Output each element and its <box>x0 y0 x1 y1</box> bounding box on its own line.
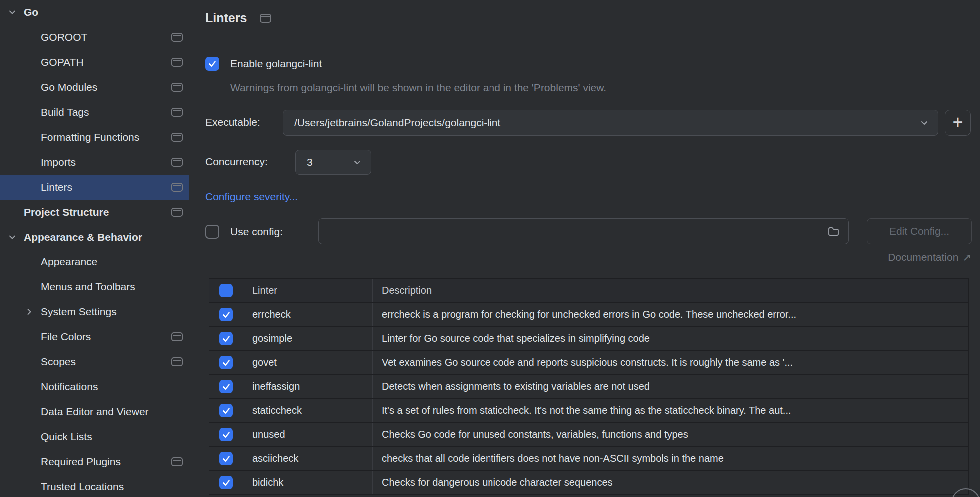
linter-checkbox[interactable] <box>219 476 233 489</box>
table-row-unused[interactable]: unusedChecks Go code for unused constant… <box>209 423 968 447</box>
linter-name: asciicheck <box>243 447 373 470</box>
settings-window-icon <box>171 357 183 366</box>
sidebar-item-file-colors[interactable]: File Colors <box>0 324 189 349</box>
linter-checkbox[interactable] <box>219 404 233 417</box>
concurrency-dropdown[interactable]: 3 <box>295 150 371 175</box>
executable-combobox[interactable]: /Users/jetbrains/GolandProjects/golangci… <box>283 110 938 136</box>
linter-name: bidichk <box>243 471 373 494</box>
settings-window-icon <box>171 133 183 142</box>
linter-checkbox[interactable] <box>219 452 233 465</box>
sidebar-item-label: Appearance & Behavior <box>24 231 183 243</box>
table-row-gosimple[interactable]: gosimpleLinter for Go source code that s… <box>209 327 968 351</box>
enable-golangci-checkbox[interactable] <box>205 57 219 71</box>
table-row-errcheck[interactable]: errcheckerrcheck is a program for checki… <box>209 303 968 327</box>
executable-label: Executable: <box>205 116 260 128</box>
linter-checkbox[interactable] <box>219 332 233 345</box>
settings-window-icon <box>171 208 183 217</box>
question-mark-icon: ? <box>962 495 970 497</box>
sidebar-item-go[interactable]: Go <box>0 0 189 25</box>
chevron-down-icon[interactable] <box>6 231 19 244</box>
linter-checkbox-cell <box>209 375 243 398</box>
linter-description: Detects when assignments to existing var… <box>373 375 968 398</box>
select-all-checkbox[interactable] <box>219 284 233 297</box>
sidebar-item-project-structure[interactable]: Project Structure <box>0 200 189 225</box>
chevron-down-icon[interactable] <box>919 117 930 128</box>
sidebar-item-trusted-locations[interactable]: Trusted Locations <box>0 474 189 497</box>
settings-window-icon <box>171 33 183 42</box>
sidebar-item-scopes[interactable]: Scopes <box>0 349 189 374</box>
use-config-label: Use config: <box>230 226 283 238</box>
sidebar-item-build-tags[interactable]: Build Tags <box>0 100 189 125</box>
table-header-row: Linter Description <box>209 279 968 303</box>
enable-golangci-help-text: Warnings from golangci-lint will be show… <box>230 82 606 94</box>
sidebar-item-appearance-behavior[interactable]: Appearance & Behavior <box>0 225 189 249</box>
config-path-input[interactable] <box>318 218 849 244</box>
documentation-link[interactable]: Documentation ↗ <box>888 251 971 263</box>
settings-window-icon <box>260 14 271 23</box>
description-column-header[interactable]: Description <box>373 279 968 302</box>
sidebar-item-goroot[interactable]: GOROOT <box>0 25 189 50</box>
add-executable-button[interactable]: + <box>945 110 971 136</box>
linters-table: Linter Description errcheckerrcheck is a… <box>209 278 969 495</box>
sidebar-item-label: Build Tags <box>41 106 167 118</box>
sidebar-item-quick-lists[interactable]: Quick Lists <box>0 424 189 449</box>
linter-name: staticcheck <box>243 399 373 422</box>
chevron-down-icon <box>352 157 363 168</box>
sidebar-item-label: Scopes <box>41 356 167 368</box>
sidebar-item-label: Linters <box>41 181 167 193</box>
sidebar-item-menus-and-toolbars[interactable]: Menus and Toolbars <box>0 274 189 299</box>
sidebar-item-appearance[interactable]: Appearance <box>0 249 189 274</box>
sidebar-item-label: Formatting Functions <box>41 131 167 143</box>
sidebar-item-label: GOROOT <box>41 31 167 43</box>
sidebar-item-label: Required Plugins <box>41 456 167 468</box>
linter-description: Checks for dangerous unicode character s… <box>373 471 968 494</box>
table-row-bidichk[interactable]: bidichkChecks for dangerous unicode char… <box>209 471 968 495</box>
sidebar-item-linters[interactable]: Linters <box>0 175 189 200</box>
linter-checkbox[interactable] <box>219 356 233 369</box>
table-row-asciicheck[interactable]: asciicheckchecks that all code identifie… <box>209 447 968 471</box>
sidebar-item-label: Go Modules <box>41 81 167 93</box>
linter-checkbox[interactable] <box>219 428 233 441</box>
linter-checkbox-cell <box>209 327 243 350</box>
linter-checkbox-cell <box>209 303 243 326</box>
linter-name: errcheck <box>243 303 373 326</box>
sidebar-item-system-settings[interactable]: System Settings <box>0 299 189 324</box>
table-row-staticcheck[interactable]: staticcheckIt's a set of rules from stat… <box>209 399 968 423</box>
table-row-govet[interactable]: govetVet examines Go source code and rep… <box>209 351 968 375</box>
sidebar-item-label: File Colors <box>41 331 167 343</box>
use-config-checkbox[interactable] <box>205 225 219 239</box>
enable-golangci-row: Enable golangci-lint <box>205 57 322 71</box>
sidebar-item-required-plugins[interactable]: Required Plugins <box>0 449 189 474</box>
sidebar-item-go-modules[interactable]: Go Modules <box>0 75 189 100</box>
concurrency-value: 3 <box>296 156 352 168</box>
chevron-right-icon[interactable] <box>23 305 36 318</box>
header-checkbox-cell <box>209 279 243 302</box>
plus-icon: + <box>952 113 963 131</box>
linter-column-header[interactable]: Linter <box>243 279 373 302</box>
folder-icon[interactable] <box>827 226 839 237</box>
configure-severity-link[interactable]: Configure severity... <box>205 191 298 203</box>
sidebar-item-formatting-functions[interactable]: Formatting Functions <box>0 125 189 150</box>
chevron-down-icon[interactable] <box>6 6 19 19</box>
sidebar-item-data-editor-and-viewer[interactable]: Data Editor and Viewer <box>0 399 189 424</box>
linter-checkbox[interactable] <box>219 308 233 321</box>
sidebar-item-imports[interactable]: Imports <box>0 150 189 175</box>
sidebar-item-label: Data Editor and Viewer <box>41 406 183 418</box>
page-header: Linters <box>205 11 271 25</box>
external-link-icon: ↗ <box>962 251 971 263</box>
sidebar-item-notifications[interactable]: Notifications <box>0 374 189 399</box>
sidebar-item-gopath[interactable]: GOPATH <box>0 50 189 75</box>
linters-settings-panel: Linters Enable golangci-lint Warnings fr… <box>189 0 980 497</box>
settings-tree: GoGOROOTGOPATHGo ModulesBuild TagsFormat… <box>0 0 189 497</box>
sidebar-item-label: Project Structure <box>24 206 167 218</box>
settings-window-icon <box>171 108 183 117</box>
table-row-ineffassign[interactable]: ineffassignDetects when assignments to e… <box>209 375 968 399</box>
sidebar-item-label: Go <box>24 6 183 18</box>
concurrency-label: Concurrency: <box>205 156 268 168</box>
linter-name: unused <box>243 423 373 446</box>
edit-config-button[interactable]: Edit Config... <box>867 218 972 244</box>
enable-golangci-label: Enable golangci-lint <box>230 58 322 70</box>
page-title: Linters <box>205 11 247 25</box>
linter-checkbox[interactable] <box>219 380 233 393</box>
sidebar-item-label: Quick Lists <box>41 431 183 443</box>
